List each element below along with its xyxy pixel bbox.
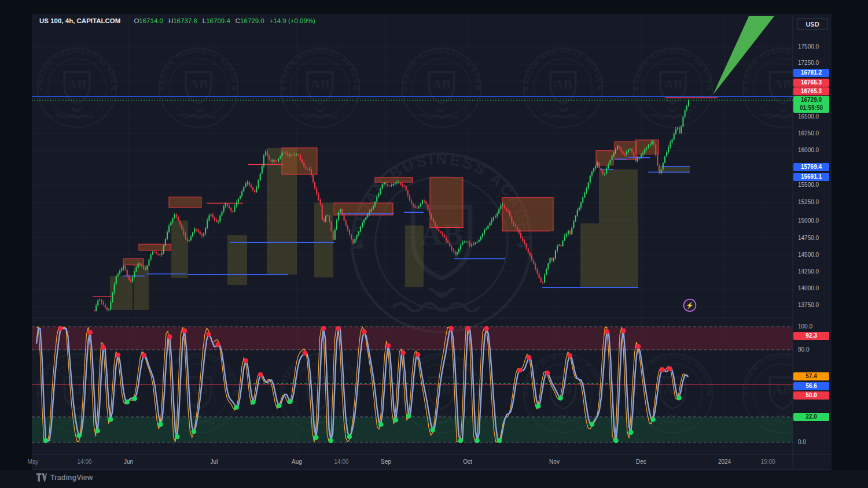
overbought-dot <box>567 353 572 358</box>
overbought-dot <box>167 334 172 339</box>
oversold-dot <box>251 400 256 405</box>
chart-canvas[interactable]: ARABIAN BUSINESS ACADEMY ★ ★ AB ⚡ <box>0 0 868 488</box>
oversold-dot <box>475 438 480 443</box>
overbought-dot <box>636 344 641 349</box>
oversold-dot <box>125 400 130 405</box>
overbought-dot <box>321 326 326 331</box>
overbought-dot <box>415 352 421 357</box>
oversold-dot <box>536 404 541 409</box>
oversold-dot <box>43 438 49 443</box>
overbought-dot <box>465 326 470 331</box>
demand-zone[interactable] <box>599 169 638 223</box>
overbought-dot <box>362 329 367 334</box>
legend-ohlc-key: H <box>168 17 173 24</box>
overbought-dot <box>604 329 609 334</box>
legend-ohlc-key: O <box>134 17 139 24</box>
overbought-dot <box>527 355 532 360</box>
oversold-dot <box>558 395 563 401</box>
oversold-dot <box>329 438 334 443</box>
legend-ohlc-values: O16714.0H16737.6L16709.4C16729.0 <box>128 17 264 24</box>
legend-ohlc-value: 16714.0 <box>139 17 163 24</box>
oversold-dot <box>431 427 436 432</box>
oversold-dot <box>590 422 595 427</box>
oversold-dot <box>458 438 464 443</box>
overbought-dot <box>258 372 263 378</box>
oversold-dot <box>76 433 82 438</box>
bottom-strip <box>0 470 868 488</box>
oversold-dot <box>95 428 100 434</box>
oversold-dot <box>175 434 180 439</box>
oversold-dot <box>393 417 399 423</box>
overbought-dot <box>303 350 308 356</box>
supply-zone[interactable] <box>375 178 413 182</box>
overbought-band <box>32 327 793 350</box>
tradingview-logo[interactable]: TradingView <box>36 472 93 482</box>
demand-zone[interactable] <box>171 221 188 278</box>
demand-zone[interactable] <box>110 276 133 310</box>
page-background: ARABIAN BUSINESS ACADEMY ★ ★ AB ⚡ US 100… <box>0 0 868 488</box>
oversold-dot <box>613 438 619 443</box>
overbought-dot <box>484 326 489 331</box>
supply-zone[interactable] <box>635 140 659 154</box>
overbought-dot <box>449 326 454 331</box>
oversold-dot <box>277 403 282 408</box>
oversold-dot <box>378 422 384 427</box>
oversold-dot <box>628 430 634 435</box>
oversold-dot <box>192 429 197 434</box>
overbought-dot <box>88 330 93 335</box>
tradingview-icon <box>36 472 47 482</box>
oversold-dot <box>288 399 293 404</box>
overbought-dot <box>336 326 341 331</box>
overbought-dot <box>660 367 665 372</box>
overbought-dot <box>182 328 187 334</box>
overbought-dot <box>545 371 550 376</box>
oversold-dot <box>676 395 682 401</box>
oversold-dot <box>158 422 163 427</box>
legend-ohlc-key: C <box>236 17 240 24</box>
currency-button[interactable]: USD <box>797 18 828 30</box>
legend-change: +14.9 (+0.09%) <box>270 17 315 24</box>
overbought-dot <box>141 353 146 358</box>
supply-zone[interactable] <box>615 142 637 160</box>
oversold-dot <box>650 417 656 422</box>
tradingview-label: TradingView <box>50 474 93 482</box>
symbol-title[interactable]: US 100, 4h, CAPITALCOM <box>39 17 120 24</box>
legend: US 100, 4h, CAPITALCOMO16714.0H16737.6L1… <box>39 17 315 24</box>
overbought-dot <box>101 345 106 350</box>
overbought-dot <box>215 342 220 347</box>
oversold-dot <box>314 435 319 440</box>
overbought-dot <box>206 332 211 337</box>
oversold-dot <box>406 413 411 419</box>
demand-zone[interactable] <box>580 223 638 287</box>
overbought-dot <box>243 358 248 364</box>
oscillator-pane[interactable] <box>32 326 793 443</box>
overbought-dot <box>517 368 523 373</box>
overbought-dot <box>400 350 406 356</box>
oversold-dot <box>108 417 113 422</box>
overbought-dot <box>621 328 626 334</box>
oversold-dot <box>347 434 352 439</box>
oversold-dot <box>234 405 239 410</box>
overbought-dot <box>116 353 121 358</box>
overbought-dot <box>667 366 672 371</box>
supply-zone[interactable] <box>169 197 201 208</box>
legend-ohlc-value: 16729.0 <box>240 17 264 24</box>
demand-zone[interactable] <box>314 202 333 277</box>
demand-zone[interactable] <box>134 265 149 310</box>
legend-ohlc-value: 16709.4 <box>206 17 230 24</box>
oversold-band <box>32 417 793 442</box>
overbought-dot <box>58 326 63 331</box>
lightning-reaction-icon[interactable]: ⚡ <box>684 300 696 312</box>
overbought-dot <box>386 343 391 348</box>
supply-zone[interactable] <box>430 178 463 228</box>
oversold-dot <box>497 438 502 443</box>
demand-zone[interactable] <box>405 225 424 287</box>
lightning-icon: ⚡ <box>686 301 694 309</box>
legend-ohlc-value: 16737.6 <box>173 17 197 24</box>
oversold-dot <box>132 396 137 401</box>
